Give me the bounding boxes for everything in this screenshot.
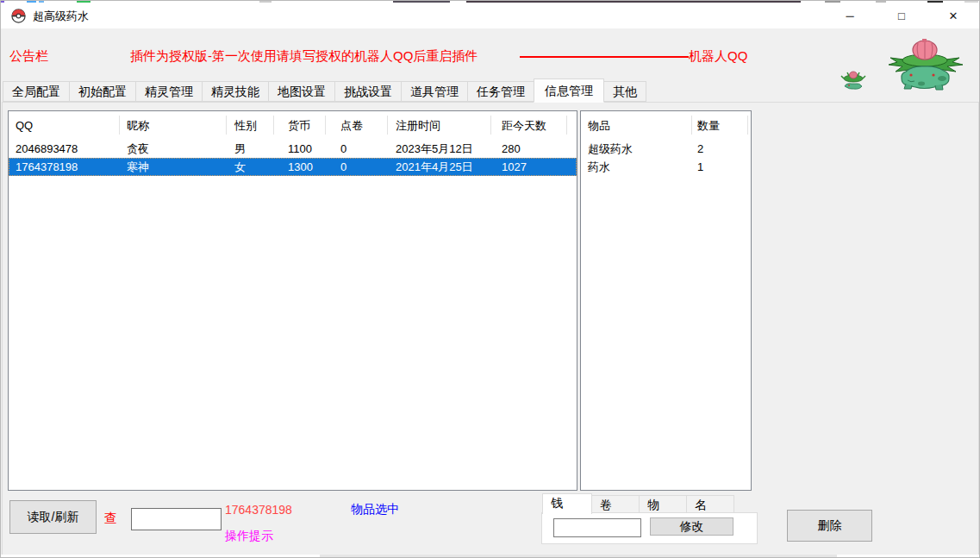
table-cell: 2046893478 [16,140,78,158]
table-cell: 1027 [502,158,527,176]
main-tab-3[interactable]: 精灵技能 [202,81,269,102]
table-cell: 贪夜 [127,140,149,158]
table-cell: 1100 [288,140,312,158]
mini-tab-0[interactable]: 钱 [542,493,592,514]
column-separator [490,116,491,135]
users-listview[interactable]: QQ昵称性别货币点卷注册时间距今天数2046893478贪夜男110002023… [8,110,577,491]
table-cell: 2023年5月12日 [396,140,473,158]
main-tab-1[interactable]: 初始配置 [69,81,136,102]
column-header[interactable]: 点卷 [340,116,363,135]
main-tab-4[interactable]: 地图设置 [268,81,335,102]
main-tab-5[interactable]: 挑战设置 [334,81,402,102]
column-header[interactable]: 货币 [288,116,310,135]
table-cell: 药水 [588,158,610,176]
table-cell: 超级药水 [588,140,633,158]
column-separator [566,116,567,135]
column-separator [119,116,120,135]
robot-qq-label: 机器人QQ [689,48,747,65]
table-row[interactable]: 2046893478贪夜男110002023年5月12日280 [9,140,577,158]
column-header[interactable]: QQ [16,116,33,135]
app-window: 超高级药水 ─ □ ✕ 公告栏 插件为授权版-第一次使用请填写授权的机器人QQ后… [0,0,980,558]
background-taskbar-sliver [1,555,979,557]
main-tab-8[interactable]: 信息管理 [534,78,604,103]
minimize-button[interactable]: ─ [830,3,870,28]
items-listview[interactable]: 物品数量超级药水2药水1 [580,110,752,491]
column-header[interactable]: 数量 [697,116,720,135]
column-separator [325,116,326,135]
table-row[interactable]: 药水1 [581,158,751,176]
column-header[interactable]: 距今天数 [502,116,546,135]
read-refresh-button[interactable]: 读取/刷新 [9,500,97,534]
column-header[interactable]: 性别 [234,116,257,135]
main-tab-2[interactable]: 精灵管理 [135,81,203,102]
item-selected-label: 物品选中 [351,502,399,517]
column-separator [747,116,748,135]
column-separator [273,116,274,135]
query-label: 查 [104,511,117,527]
table-cell: 寒神 [127,158,149,176]
table-cell: 1 [697,158,703,176]
table-row[interactable]: 1764378198寒神女130002021年4月25日1027 [9,158,577,176]
table-cell: 2 [697,140,703,158]
announcement-underline [520,56,689,58]
table-row[interactable]: 超级药水2 [581,140,751,158]
column-separator [387,116,388,135]
main-tab-bar: 全局配置初始配置精灵管理精灵技能地图设置挑战设置道具管理任务管理信息管理其他 [3,78,646,102]
ivysaur-large-sprite [885,39,964,91]
table-cell: 0 [340,158,346,176]
search-input[interactable] [131,508,222,530]
column-header[interactable]: 昵称 [127,116,149,135]
column-separator [691,116,692,135]
table-cell: 2021年4月25日 [396,158,473,176]
announcement-notice: 插件为授权版-第一次使用请填写授权的机器人QQ后重启插件 [130,48,478,65]
pokeball-icon[interactable] [11,9,26,23]
titlebar: 超高级药水 ─ □ ✕ [1,3,979,28]
announcement-board-label: 公告栏 [9,48,48,65]
operation-hint-label: 操作提示 [225,529,273,544]
close-button[interactable]: ✕ [933,3,973,28]
modify-button[interactable]: 修改 [650,517,733,536]
column-header[interactable]: 注册时间 [396,116,440,135]
column-separator [226,116,227,135]
main-tab-7[interactable]: 任务管理 [467,81,534,102]
main-tab-0[interactable]: 全局配置 [3,81,70,102]
table-cell: 1300 [288,158,313,176]
ivysaur-small-sprite [840,70,866,92]
value-input[interactable] [553,518,641,537]
table-cell: 280 [502,140,521,158]
table-cell: 男 [234,140,246,158]
column-header[interactable]: 物品 [588,116,610,135]
window-title: 超高级药水 [33,9,89,24]
table-cell: 女 [234,158,246,176]
main-tab-6[interactable]: 道具管理 [401,81,468,102]
mini-tab-2[interactable]: 物 [639,495,687,513]
delete-button[interactable]: 删除 [787,510,872,542]
mini-tab-1[interactable]: 卷 [591,495,640,513]
selected-qq-label: 1764378198 [225,503,292,517]
table-cell: 0 [340,140,346,158]
maximize-button[interactable]: □ [882,3,921,28]
mini-tab-3[interactable]: 名 [686,495,734,513]
table-cell: 1764378198 [16,158,78,176]
main-tab-9[interactable]: 其他 [603,81,646,102]
